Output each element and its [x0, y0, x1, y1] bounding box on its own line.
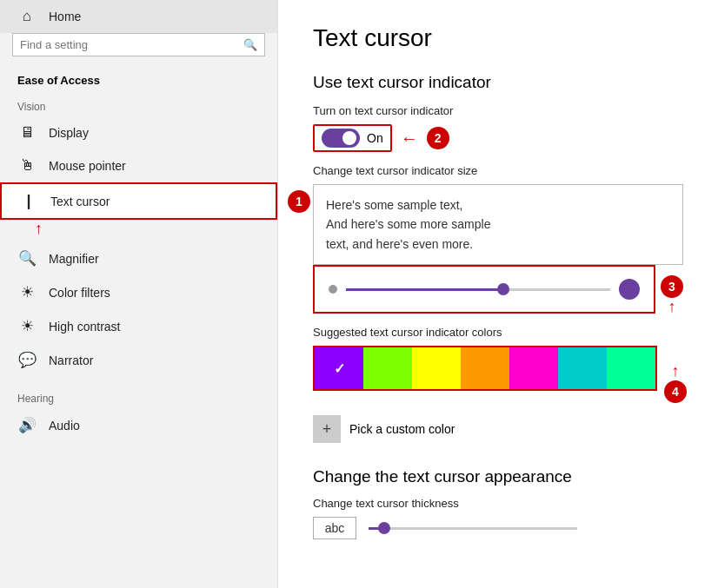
- search-box: 🔍: [12, 33, 265, 56]
- swatch-mint[interactable]: [607, 347, 655, 389]
- home-icon: ⌂: [17, 8, 37, 25]
- audio-icon: 🔊: [17, 416, 37, 434]
- toggle-switch[interactable]: [322, 129, 360, 148]
- add-custom-color-button[interactable]: +: [313, 415, 341, 443]
- sidebar-item-display[interactable]: 🖥 Display: [0, 116, 277, 149]
- thickness-label: Change text cursor thickness: [313, 497, 683, 510]
- swatch-check: ✓: [334, 360, 345, 377]
- high-contrast-icon: ☀: [17, 317, 37, 335]
- page-title: Text cursor: [313, 24, 683, 52]
- audio-label: Audio: [49, 419, 80, 433]
- toggle-label-text: Turn on text cursor indicator: [313, 104, 683, 117]
- search-icon: 🔍: [243, 38, 257, 51]
- slider-left-marker: [329, 285, 337, 294]
- narrator-icon: 💬: [17, 351, 37, 369]
- color-filters-icon: ☀: [17, 283, 37, 301]
- swatch-magenta[interactable]: [509, 347, 558, 389]
- high-contrast-label: High contrast: [49, 320, 120, 334]
- toggle-knob: [342, 131, 356, 145]
- annotation-4: 4: [664, 380, 687, 403]
- swatch-green[interactable]: [363, 347, 412, 389]
- sidebar-item-home[interactable]: ⌂ Home: [0, 0, 277, 33]
- slider-right-marker: [619, 279, 640, 300]
- display-icon: 🖥: [17, 124, 37, 142]
- swatch-yellow[interactable]: [412, 347, 461, 389]
- main-content: Text cursor Use text cursor indicator Tu…: [278, 0, 718, 588]
- vision-section-title: Vision: [0, 92, 277, 116]
- colors-label: Suggested text cursor indicator colors: [313, 326, 683, 339]
- narrator-label: Narrator: [49, 353, 93, 367]
- text-cursor-icon: |: [19, 192, 38, 210]
- sidebar-item-color-filters[interactable]: ☀ Color filters: [0, 275, 277, 309]
- mouse-pointer-icon: 🖱: [17, 157, 37, 175]
- section1-heading: Use text cursor indicator: [313, 73, 683, 92]
- mouse-pointer-label: Mouse pointer: [49, 159, 126, 173]
- sidebar-item-high-contrast[interactable]: ☀ High contrast: [0, 309, 277, 343]
- home-label: Home: [49, 10, 81, 23]
- swatch-teal[interactable]: [558, 347, 607, 389]
- thickness-slider[interactable]: [369, 527, 577, 530]
- size-slider-container: [313, 265, 655, 314]
- size-label: Change text cursor indicator size: [313, 164, 683, 177]
- abc-preview: abc: [313, 517, 356, 539]
- sample-text-box: Here's some sample text, And here's some…: [313, 184, 683, 265]
- arrow-up-1: ↑: [35, 220, 43, 238]
- sidebar-item-narrator[interactable]: 💬 Narrator: [0, 343, 277, 377]
- ease-of-access-label: Ease of Access: [0, 65, 277, 92]
- swatch-purple[interactable]: ✓: [315, 347, 363, 389]
- color-swatches: ✓: [313, 346, 657, 391]
- sidebar-item-text-cursor[interactable]: | Text cursor: [0, 182, 277, 220]
- hearing-section-title: Hearing: [0, 384, 277, 408]
- text-cursor-label: Text cursor: [50, 195, 110, 208]
- thickness-row: abc: [313, 517, 683, 539]
- pick-custom-label: Pick a custom color: [349, 422, 455, 436]
- magnifier-label: Magnifier: [49, 252, 99, 266]
- color-filters-label: Color filters: [49, 286, 110, 300]
- swatch-orange[interactable]: [461, 347, 509, 389]
- toggle-state: On: [367, 131, 383, 145]
- sidebar: ⌂ Home 🔍 Ease of Access Vision 🖥 Display…: [0, 0, 278, 588]
- magnifier-icon: 🔍: [17, 249, 37, 268]
- toggle-container: On: [313, 124, 392, 152]
- arrow-up-3: ↑: [668, 298, 676, 316]
- size-slider[interactable]: [346, 288, 610, 291]
- sample-text-line3: text, and here's even more.: [326, 237, 473, 251]
- sidebar-item-magnifier[interactable]: 🔍 Magnifier: [0, 241, 277, 275]
- sidebar-item-mouse-pointer[interactable]: 🖱 Mouse pointer: [0, 149, 277, 182]
- sidebar-item-audio[interactable]: 🔊 Audio: [0, 408, 277, 442]
- annotation-2: 2: [427, 127, 449, 149]
- arrow-up-4: ↑: [672, 362, 680, 380]
- section2-heading: Change the text cursor appearance: [313, 467, 683, 486]
- annotation-3: 3: [661, 275, 683, 298]
- custom-color-row: + Pick a custom color: [313, 415, 683, 443]
- sample-text-line2: And here's some more sample: [326, 217, 490, 231]
- sample-text-line1: Here's some sample text,: [326, 198, 463, 212]
- arrow-left-2: ←: [401, 129, 418, 149]
- search-input[interactable]: [20, 38, 243, 51]
- display-label: Display: [49, 126, 89, 140]
